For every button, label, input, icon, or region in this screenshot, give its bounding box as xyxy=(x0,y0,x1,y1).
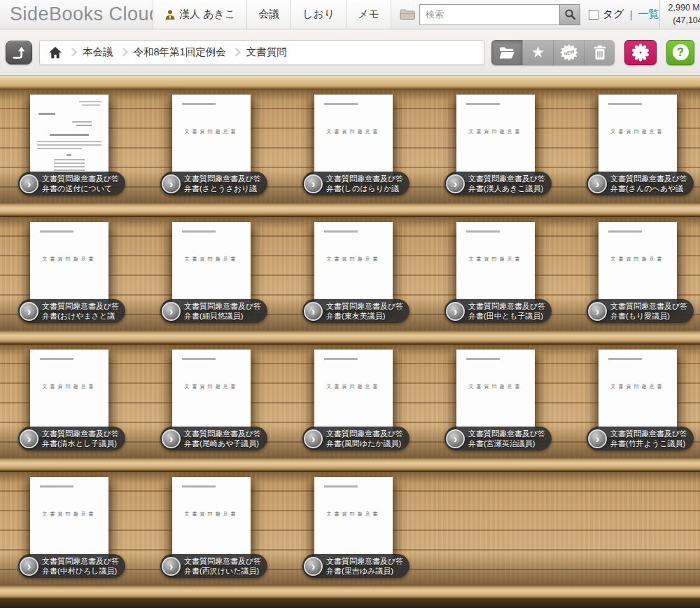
document-thumbnail[interactable]: 文書質問趣意書 xyxy=(30,477,108,565)
document-label[interactable]: › 文書質問趣意書及び答弁書(風間ゆたか議員) xyxy=(302,427,410,450)
open-arrow-icon[interactable]: › xyxy=(588,429,607,448)
breadcrumb-item-2[interactable]: 文書質問 xyxy=(246,46,287,59)
open-arrow-icon[interactable]: › xyxy=(162,174,181,193)
document-title: 文書質問趣意書及び答弁書(宮瀬英治議員) xyxy=(468,429,545,448)
trash-button[interactable] xyxy=(584,40,615,65)
document-item: › 文書質問趣意書及び答弁書の送付について xyxy=(30,90,172,203)
open-arrow-icon[interactable]: › xyxy=(446,429,465,448)
document-item: 文書質問趣意書 › 文書質問趣意書及び答弁書(しのはらりか議 xyxy=(314,90,456,203)
new-items-button[interactable]: NEW xyxy=(553,40,584,65)
list-view-link[interactable]: 一覧 xyxy=(638,8,659,21)
tab-user[interactable]: 漢人 あきこ xyxy=(153,0,247,29)
open-arrow-icon[interactable]: › xyxy=(446,302,465,321)
open-arrow-icon[interactable]: › xyxy=(20,174,38,193)
document-label[interactable]: › 文書質問趣意書及び答弁書(おけやまさと議 xyxy=(18,299,125,323)
document-thumbnail[interactable]: 文書質問趣意書 xyxy=(30,350,108,437)
tag-checkbox[interactable] xyxy=(589,10,598,20)
open-arrow-icon[interactable]: › xyxy=(304,174,323,193)
cover-title: 文書質問趣意書 xyxy=(598,256,677,263)
home-icon[interactable] xyxy=(48,46,62,59)
document-label[interactable]: › 文書質問趣意書及び答弁書(清水とし子議員) xyxy=(18,427,125,450)
cover-title: 文書質問趣意書 xyxy=(172,383,251,390)
document-thumbnail[interactable]: 文書質問趣意書 xyxy=(314,350,393,437)
document-label[interactable]: › 文書質問趣意書及び答弁書(さんのへあや議 xyxy=(587,172,694,195)
document-thumbnail[interactable]: 文書質問趣意書 xyxy=(598,222,677,310)
document-thumbnail[interactable] xyxy=(30,95,108,182)
document-thumbnail[interactable]: 文書質問趣意書 xyxy=(172,95,251,182)
cover-title: 文書質問趣意書 xyxy=(30,256,108,263)
document-label[interactable]: › 文書質問趣意書及び答弁書(里吉ゆみ議員) xyxy=(302,554,410,578)
flower-button[interactable] xyxy=(624,40,657,65)
document-item: 文書質問趣意書 › 文書質問趣意書及び答弁書(尾崎あや子議員) xyxy=(172,345,314,458)
document-label[interactable]: › 文書質問趣意書及び答弁書の送付について xyxy=(18,172,125,195)
document-label[interactable]: › 文書質問趣意書及び答弁書(しのはらりか議 xyxy=(302,172,410,195)
breadcrumb-item-0[interactable]: 本会議 xyxy=(83,46,113,59)
breadcrumb-item-1[interactable]: 令和8年第1回定例会 xyxy=(134,46,226,59)
storage-used: 2,990 MBを使用 xyxy=(668,2,700,15)
document-title: 文書質問趣意書及び答弁書(細貝悠議員) xyxy=(184,301,261,321)
document-label[interactable]: › 文書質問趣意書及び答弁書(宮瀬英治議員) xyxy=(444,427,552,450)
open-arrow-icon[interactable]: › xyxy=(304,302,323,321)
open-arrow-icon[interactable]: › xyxy=(588,174,607,193)
document-thumbnail[interactable]: 文書質問趣意書 xyxy=(598,350,677,437)
document-thumbnail[interactable]: 文書質問趣意書 xyxy=(456,222,535,310)
document-thumbnail[interactable]: 文書質問趣意書 xyxy=(172,350,251,437)
open-arrow-icon[interactable]: › xyxy=(20,557,38,576)
document-label[interactable]: › 文書質問趣意書及び答弁書(漢人あきこ議員) xyxy=(444,172,552,195)
search-input[interactable] xyxy=(419,4,559,25)
view-mode-group: ★ NEW xyxy=(491,40,615,65)
open-arrow-icon[interactable]: › xyxy=(162,302,181,321)
search-icon xyxy=(564,8,576,20)
document-thumbnail[interactable]: 文書質問趣意書 xyxy=(172,222,251,310)
user-icon xyxy=(164,9,176,20)
open-arrow-icon[interactable]: › xyxy=(162,429,181,448)
folder-view-button[interactable] xyxy=(491,40,522,65)
document-label[interactable]: › 文書質問趣意書及び答弁書(もり愛議員) xyxy=(587,299,694,323)
help-button[interactable]: ? xyxy=(666,40,694,65)
document-thumbnail[interactable]: 文書質問趣意書 xyxy=(456,95,535,182)
document-label[interactable]: › 文書質問趣意書及び答弁書(細貝悠議員) xyxy=(160,299,267,323)
open-arrow-icon[interactable]: › xyxy=(162,557,181,576)
document-item: 文書質問趣意書 › 文書質問趣意書及び答弁書(宮瀬英治議員) xyxy=(456,345,598,458)
open-arrow-icon[interactable]: › xyxy=(304,429,323,448)
document-label[interactable]: › 文書質問趣意書及び答弁書(竹井ようこ議員) xyxy=(587,427,694,450)
document-thumbnail[interactable]: 文書質問趣意書 xyxy=(30,222,108,310)
document-thumbnail[interactable]: 文書質問趣意書 xyxy=(314,95,393,182)
help-icon: ? xyxy=(673,44,689,60)
flower-icon xyxy=(631,43,650,62)
cover-title: 文書質問趣意書 xyxy=(314,383,393,390)
document-label[interactable]: › 文書質問趣意書及び答弁書(東友美議員) xyxy=(302,299,410,323)
document-thumbnail[interactable]: 文書質問趣意書 xyxy=(456,350,535,437)
document-thumbnail[interactable]: 文書質問趣意書 xyxy=(172,477,251,565)
tab-会議[interactable]: 会議 xyxy=(247,0,291,29)
tab-メモ[interactable]: メモ xyxy=(346,0,391,29)
document-thumbnail[interactable]: 文書質問趣意書 xyxy=(314,222,393,310)
divider: | xyxy=(630,8,633,20)
toolbar-actions: ★ NEW xyxy=(491,40,694,65)
favorite-button[interactable]: ★ xyxy=(522,40,553,65)
search-scope-folder-icon[interactable] xyxy=(400,8,415,20)
document-label[interactable]: › 文書質問趣意書及び答弁書(田中とも子議員) xyxy=(444,299,552,323)
document-title: 文書質問趣意書及び答弁書(もり愛議員) xyxy=(610,301,687,321)
tab-しおり[interactable]: しおり xyxy=(291,0,346,29)
tab-label: メモ xyxy=(358,8,379,21)
cover-title: 文書質問趣意書 xyxy=(314,511,393,518)
up-folder-button[interactable] xyxy=(6,41,32,64)
document-label[interactable]: › 文書質問趣意書及び答弁書(中村ひろし議員) xyxy=(18,554,125,578)
document-label[interactable]: › 文書質問趣意書及び答弁書(尾崎あや子議員) xyxy=(160,427,267,450)
open-arrow-icon[interactable]: › xyxy=(446,174,465,193)
document-thumbnail[interactable]: 文書質問趣意書 xyxy=(598,95,677,182)
open-arrow-icon[interactable]: › xyxy=(20,302,38,321)
cover-title: 文書質問趣意書 xyxy=(172,511,251,518)
document-item: 文書質問趣意書 › 文書質問趣意書及び答弁書(風間ゆたか議員) xyxy=(314,345,456,458)
document-thumbnail[interactable]: 文書質問趣意書 xyxy=(314,477,393,565)
open-arrow-icon[interactable]: › xyxy=(304,557,323,576)
tag-label[interactable]: タグ xyxy=(603,8,624,21)
document-item: 文書質問趣意書 › 文書質問趣意書及び答弁書(竹井ようこ議員) xyxy=(598,345,700,458)
document-item: 文書質問趣意書 › 文書質問趣意書及び答弁書(里吉ゆみ議員) xyxy=(314,472,456,586)
document-label[interactable]: › 文書質問趣意書及び答弁書(さとうさおり議 xyxy=(160,172,267,195)
search-button[interactable] xyxy=(559,4,580,25)
open-arrow-icon[interactable]: › xyxy=(20,429,38,448)
open-arrow-icon[interactable]: › xyxy=(588,302,607,321)
document-label[interactable]: › 文書質問趣意書及び答弁書(西沢けいた議員) xyxy=(160,554,267,578)
